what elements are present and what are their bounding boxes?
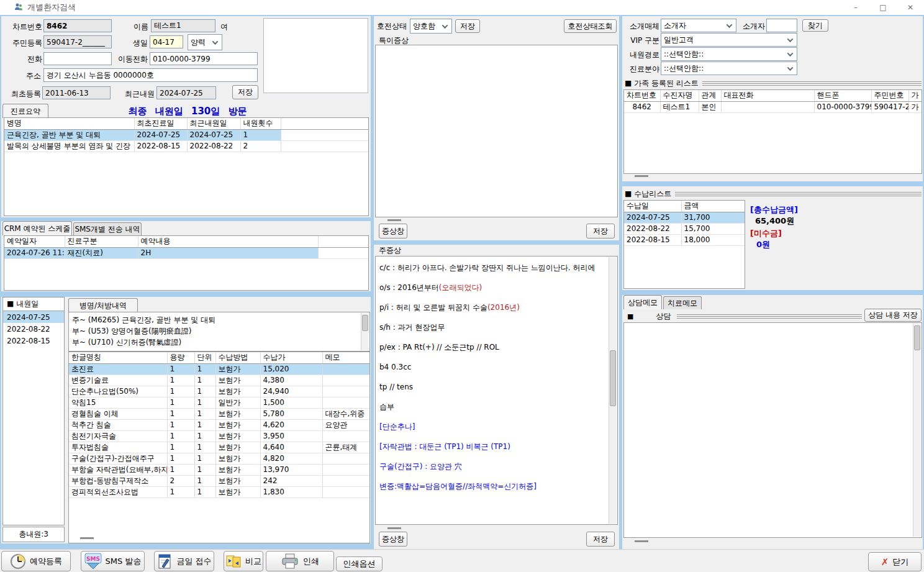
memo-scrollbar[interactable] <box>913 324 921 537</box>
column-header[interactable]: 메모 <box>322 352 369 363</box>
referrer-field[interactable] <box>766 19 797 32</box>
column-header[interactable]: 대표전화 <box>721 90 814 101</box>
recent-visit-field[interactable]: 2024-07-25 <box>156 86 216 99</box>
improvement-query-button[interactable]: 호전상태조회 <box>564 19 617 33</box>
column-header[interactable]: 수납일 <box>624 201 681 212</box>
column-header[interactable]: 수납가 <box>260 352 322 363</box>
minimize-icon[interactable]: – <box>842 0 869 15</box>
scrollbar-thumb[interactable] <box>610 350 616 406</box>
column-header[interactable]: 단위 <box>194 352 215 363</box>
name-field[interactable]: 테스트1 <box>151 19 215 32</box>
toolbar-button[interactable]: 금일 접수 <box>154 551 214 571</box>
patient-save-button[interactable]: 저장 <box>232 85 258 99</box>
table-row[interactable]: 경혈침술 이체11보험가5,780대장수,위중 <box>69 408 369 419</box>
toolbar-button[interactable]: 비교 <box>224 551 263 571</box>
resident-no-field[interactable]: 590417-2______ <box>43 35 112 48</box>
hscroll-thumb[interactable] <box>635 175 648 177</box>
visit-route-select[interactable]: ::선택안함:: <box>661 47 797 61</box>
toolbar-button[interactable]: 예약등록 <box>1 551 71 571</box>
table-row[interactable]: 경피적외선조사요법11보험가1,830 <box>69 486 369 497</box>
table-row[interactable]: 초진료11보험가15,020 <box>69 363 369 375</box>
first-reg-field[interactable]: 2011-06-13 <box>42 86 111 99</box>
column-header[interactable]: 용량 <box>167 352 194 363</box>
visit-list-item[interactable]: 2024-07-25 <box>3 311 64 323</box>
visit-list-item[interactable]: 2022-08-15 <box>3 335 64 347</box>
tab-consult-memo[interactable]: 상담메모 <box>623 295 662 309</box>
table-row[interactable]: 구술(간접구)-간접애주구11보험가4,820 <box>69 453 369 464</box>
column-header[interactable]: 금액 <box>681 201 745 212</box>
visit-list-item[interactable]: 2022-08-22 <box>3 323 64 335</box>
vip-select[interactable]: 일반고객 <box>661 33 797 47</box>
table-row[interactable]: 침전기자극술11보험가3,950 <box>69 430 369 442</box>
column-header[interactable]: 병명 <box>4 118 134 129</box>
chief-complaint-scrollbar[interactable] <box>609 257 617 524</box>
close-button[interactable]: ✗ 닫기 <box>868 552 922 571</box>
table-row[interactable]: 2024-07-26 11:00재진(치료)2H <box>4 247 368 258</box>
table-row[interactable]: 부항술 자락관법(요배부,하지부11보험가13,970 <box>69 464 369 475</box>
consult-memo-textarea[interactable] <box>623 322 922 538</box>
column-header[interactable]: 최초진료일 <box>134 118 187 129</box>
address-field[interactable]: 경기 오산시 누읍동 0000000호 <box>43 68 258 82</box>
maximize-icon[interactable]: □ <box>869 0 897 15</box>
column-header[interactable]: 예약내용 <box>138 236 318 247</box>
close-icon[interactable]: ✕ <box>897 0 924 15</box>
hscroll-thumb[interactable] <box>387 219 401 221</box>
table-row[interactable]: 변증기술료11보험가4,380 <box>69 375 369 386</box>
table-row[interactable]: 2022-08-1518,000 <box>624 234 745 245</box>
column-header[interactable]: 내원횟수 <box>240 118 281 129</box>
calendar-type-select[interactable]: 양력 <box>188 34 222 50</box>
column-header[interactable]: 수진자명 <box>660 90 699 101</box>
scrollbar-thumb[interactable] <box>914 325 920 350</box>
tab-prescriptions[interactable]: 병명/처방내역 <box>68 298 138 312</box>
table-row[interactable]: 단순추나요법(50%)11보험가24,940 <box>69 386 369 397</box>
tab-treatment-memo[interactable]: 치료메모 <box>663 296 702 309</box>
column-header[interactable]: 주민번호 <box>871 90 908 101</box>
symptom-window-button[interactable]: 증상창 <box>379 224 407 238</box>
column-header[interactable]: 수납방법 <box>215 352 260 363</box>
improvement-select[interactable]: 양호함 <box>410 19 452 34</box>
table-row[interactable]: 근육긴장, 골반 부분 및 대퇴2024-07-252024-07-251 <box>4 129 368 140</box>
chief-complaint-save-button[interactable]: 저장 <box>586 532 615 547</box>
chart-no-field[interactable]: 8462 <box>43 19 112 32</box>
column-header[interactable]: 관계 <box>699 90 721 101</box>
improvement-save-button[interactable]: 저장 <box>455 19 480 33</box>
tab-crm-schedule[interactable]: CRM 예약된 스케줄 <box>2 221 72 235</box>
column-header[interactable]: 가 <box>908 90 922 101</box>
column-header[interactable]: 핸드폰 <box>814 90 871 101</box>
column-header[interactable]: 예약일자 <box>4 236 65 247</box>
treatment-field-select[interactable]: ::선택안함:: <box>661 61 797 75</box>
table-row[interactable]: 발목의 상세불명 부분의 염좌 및 긴장2022-08-152022-08-22… <box>4 140 368 152</box>
scrollbar-thumb[interactable] <box>362 315 368 331</box>
table-row[interactable]: 약침1511일반가1,500 <box>69 397 369 408</box>
special-symptoms-save-button[interactable]: 저장 <box>586 224 615 238</box>
tab-sms-history[interactable]: SMS개별 전송 내역 <box>73 222 142 235</box>
diagnosis-scrollbar[interactable] <box>361 313 369 350</box>
referral-media-select[interactable]: 소개자 <box>661 19 736 32</box>
hscroll-thumb[interactable] <box>80 537 94 539</box>
consult-save-button[interactable]: 상담 내용 저장 <box>864 309 922 322</box>
diagnosis-box[interactable]: 주~ (M6265) 근육긴장, 골반 부분 및 대퇴부~ (U53) 양명어혈… <box>68 312 370 352</box>
column-header[interactable]: 차트번호 <box>624 90 660 101</box>
table-row[interactable]: 8462테스트1본인010-0000-3799590417-2가 <box>624 101 922 112</box>
toolbar-button[interactable]: 인쇄 <box>266 551 334 571</box>
special-symptoms-textarea[interactable] <box>375 45 618 217</box>
table-row[interactable]: 부항컵-동방침구제작소21보험가242 <box>69 475 369 486</box>
column-header[interactable]: 한글명칭 <box>69 352 167 363</box>
table-row[interactable]: 척추간 침술11보험가4,620요양관 <box>69 419 369 430</box>
print-options-button[interactable]: 인쇄옵션 <box>336 556 383 571</box>
table-row[interactable]: 2022-08-2215,700 <box>624 223 745 234</box>
chief-complaint-textarea[interactable]: c/c : 허리가 아프다. 손발가락 장딴지 쥐나는 느낌이난다. 허리에o/… <box>375 256 618 525</box>
hscroll-thumb[interactable] <box>387 527 401 529</box>
birth-field[interactable]: 04-17 <box>150 35 183 48</box>
tab-summary[interactable]: 진료요약 <box>2 104 48 118</box>
table-row[interactable]: 2024-07-2531,700 <box>624 212 745 223</box>
mobile-field[interactable]: 010-0000-3799 <box>150 52 258 65</box>
phone-field[interactable] <box>43 52 112 65</box>
find-referrer-button[interactable]: 찾기 <box>802 19 828 32</box>
toolbar-button[interactable]: SMSSMS 발송 <box>81 551 145 571</box>
column-header[interactable]: 진료구분 <box>65 236 138 247</box>
table-row[interactable]: 투자법침술11보험가4,640곤륜,태계 <box>69 442 369 453</box>
symptom-window-button-2[interactable]: 증상창 <box>379 532 407 547</box>
column-header[interactable]: 최근내원일 <box>187 118 240 129</box>
hscroll-thumb[interactable] <box>635 540 648 542</box>
